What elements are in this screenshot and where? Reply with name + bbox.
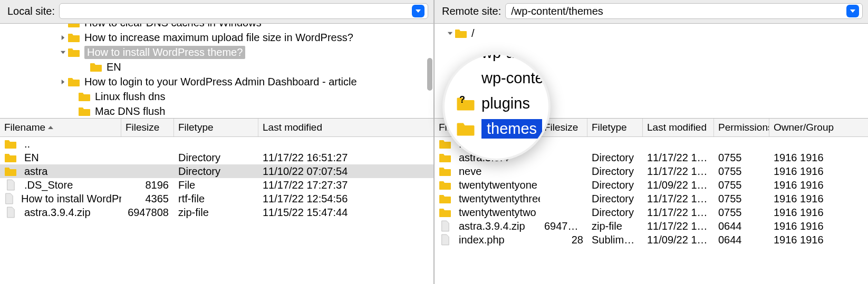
folder-icon xyxy=(4,139,17,149)
file-icon xyxy=(4,180,17,190)
file-icon xyxy=(4,207,17,218)
local-site-label: Local site: xyxy=(7,5,55,17)
remote-tree[interactable]: / wp-adminwp-contentpluginsthemes xyxy=(435,24,868,119)
tree-item[interactable]: Mac DNS flush xyxy=(0,104,433,119)
remote-path-bar: Remote site: /wp-content/themes xyxy=(435,0,868,24)
col-owner[interactable]: Owner/Group xyxy=(769,119,868,136)
filename-text: astra.3.9.4.zip xyxy=(24,207,91,219)
list-row[interactable]: .. xyxy=(0,137,433,151)
tree-item[interactable]: / xyxy=(445,26,868,41)
tree-item[interactable]: How to login to your WordPress Admin Das… xyxy=(0,74,433,89)
filename-text: twentytwentytwo xyxy=(459,207,536,219)
list-row[interactable]: astraDirectory11/10/22 07:07:54 xyxy=(0,164,433,178)
cell-type: Directory xyxy=(587,193,643,205)
cell-perm: 0644 xyxy=(714,234,769,246)
cell-type: zip-file xyxy=(174,207,258,219)
cell-mod: 11/17/22 17:27:37 xyxy=(258,179,433,191)
list-row[interactable]: index.php28Sublime T...11/09/22 17:3...0… xyxy=(435,233,868,247)
remote-path-field[interactable]: /wp-content/themes xyxy=(505,3,863,19)
cell-mod: 11/17/22 10:3... xyxy=(643,207,714,219)
cell-perm: 0644 xyxy=(714,220,769,232)
folder-icon xyxy=(78,106,91,116)
cell-filename: astra.3.9.4.zip xyxy=(0,207,121,219)
filename-text: twentytwentythree xyxy=(459,193,540,205)
filename-text: .DS_Store xyxy=(24,179,73,191)
folder-icon xyxy=(67,32,80,43)
col-permissions[interactable]: Permissions xyxy=(714,119,769,136)
folder-icon xyxy=(456,53,475,61)
cell-filename: index.php xyxy=(435,234,540,246)
cell-filename: How to install WordPr... xyxy=(0,193,121,205)
cell-type: Directory xyxy=(174,152,258,164)
folder-icon xyxy=(439,207,451,218)
list-row[interactable]: twentytwentyoneDirectory11/09/22 17:3...… xyxy=(435,178,868,192)
list-row[interactable]: .DS_Store8196File11/17/22 17:27:37 xyxy=(0,178,433,192)
cell-mod: 11/17/22 16:51:27 xyxy=(258,152,433,164)
cell-own: 1916 1916 xyxy=(769,152,868,164)
cell-type: Sublime T... xyxy=(587,234,643,246)
list-row[interactable]: twentytwentytwoDirectory11/17/22 10:3...… xyxy=(435,205,868,219)
folder-icon xyxy=(90,62,102,72)
cell-perm: 0755 xyxy=(714,193,769,205)
magnifier-item: themes xyxy=(445,116,542,141)
cell-perm: 0755 xyxy=(714,152,769,164)
local-path-dropdown[interactable] xyxy=(412,5,425,17)
cell-type: Directory xyxy=(587,165,643,178)
magnifier-item: plugins xyxy=(445,91,530,116)
local-file-list[interactable]: ..ENDirectory11/17/22 16:51:27astraDirec… xyxy=(0,137,433,284)
cell-own: 1916 1916 xyxy=(769,165,868,178)
folder-icon xyxy=(439,193,451,204)
cell-filename: twentytwentytwo xyxy=(435,207,540,219)
tree-item[interactable]: How to clear DNS caches in Windows xyxy=(0,24,433,30)
tree-item[interactable]: EN xyxy=(0,60,433,74)
local-tree[interactable]: How to clear DNS caches in WindowsHow to… xyxy=(0,24,433,119)
list-row[interactable]: twentytwentythreeDirectory11/17/22 13:3.… xyxy=(435,192,868,205)
tree-item-label: How to increase maximum upload file size… xyxy=(84,32,353,44)
list-row[interactable]: astra.3.9.4.zip6947808zip-file11/17/22 1… xyxy=(435,219,868,233)
folder-icon xyxy=(439,180,451,190)
app-root: Local site: How to clear DNS caches in W… xyxy=(0,0,868,284)
cell-perm: 0755 xyxy=(714,165,769,178)
cell-filename: twentytwentythree xyxy=(435,193,540,205)
magnifier-label: themes xyxy=(481,119,542,139)
cell-own: 1916 1916 xyxy=(769,193,868,205)
tree-item-label: How to login to your WordPress Admin Das… xyxy=(84,76,357,88)
col-filetype[interactable]: Filetype xyxy=(587,119,643,136)
col-lastmodified[interactable]: Last modified xyxy=(643,119,714,136)
filename-text: neve xyxy=(459,165,481,178)
local-path-field[interactable] xyxy=(59,3,428,19)
col-filename[interactable]: Filename xyxy=(0,119,121,136)
col-lastmodified[interactable]: Last modified xyxy=(258,119,433,136)
tree-item-label: How to clear DNS caches in Windows xyxy=(84,24,262,29)
list-row[interactable]: neveDirectory11/17/22 10:3...07551916 19… xyxy=(435,164,868,178)
tree-item-label: Linux flush dns xyxy=(95,91,165,103)
disclosure-right-icon[interactable] xyxy=(58,79,67,85)
list-row[interactable]: How to install WordPr...4365rtf-file11/1… xyxy=(0,192,433,205)
folder-icon xyxy=(439,166,451,177)
cell-type: rtf-file xyxy=(174,193,258,205)
remote-path-dropdown[interactable] xyxy=(846,5,859,17)
list-row[interactable]: astra.3.9.4.zip6947808zip-file11/15/22 1… xyxy=(0,205,433,219)
disclosure-down-icon[interactable] xyxy=(58,50,67,55)
cell-size: 8196 xyxy=(121,179,174,191)
scrollbar-thumb[interactable] xyxy=(427,58,432,91)
magnifier-label: wp-content xyxy=(481,70,551,87)
list-row[interactable]: ENDirectory11/17/22 16:51:27 xyxy=(0,151,433,164)
tree-item[interactable]: How to increase maximum upload file size… xyxy=(0,30,433,45)
cell-mod: 11/17/22 13:3... xyxy=(643,193,714,205)
cell-own: 1916 1916 xyxy=(769,234,868,246)
tree-item-label: EN xyxy=(107,61,121,73)
tree-item[interactable]: How to install WordPress theme? xyxy=(0,45,433,60)
tree-item[interactable]: Linux flush dns xyxy=(0,89,433,104)
disclosure-right-icon[interactable] xyxy=(58,35,67,41)
folder-icon xyxy=(4,152,17,163)
filename-text: astra xyxy=(24,165,47,178)
cell-perm: 0755 xyxy=(714,207,769,219)
col-filesize[interactable]: Filesize xyxy=(121,119,174,136)
cell-type: Directory xyxy=(587,207,643,219)
cell-mod: 11/09/22 17:3... xyxy=(643,179,714,191)
disclosure-down-icon[interactable] xyxy=(445,31,455,36)
filename-text: .. xyxy=(24,138,30,150)
col-filetype[interactable]: Filetype xyxy=(174,119,258,136)
cell-own: 1916 1916 xyxy=(769,220,868,232)
